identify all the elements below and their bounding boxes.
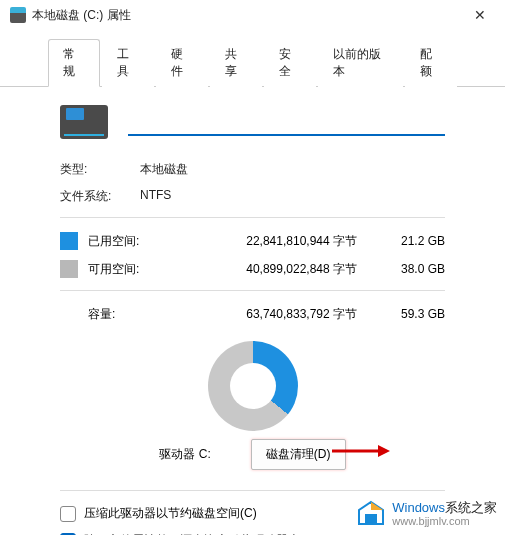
compress-label: 压缩此驱动器以节约磁盘空间(C) [84,505,257,522]
tab-sharing[interactable]: 共享 [210,39,262,87]
capacity-swatch-placeholder [60,305,78,323]
type-label: 类型: [60,161,140,178]
tab-strip: 常规 工具 硬件 共享 安全 以前的版本 配额 [0,30,505,87]
capacity-label: 容量: [88,306,166,323]
tab-previous-versions[interactable]: 以前的版本 [318,39,403,87]
filesystem-value: NTFS [140,188,171,205]
usage-donut-chart [208,341,298,431]
tab-security[interactable]: 安全 [264,39,316,87]
compress-checkbox[interactable] [60,506,76,522]
watermark-url: www.bjjmlv.com [392,515,497,528]
drive-label: 驱动器 C: [159,446,210,463]
window-title: 本地磁盘 (C:) 属性 [32,7,465,24]
titlebar: 本地磁盘 (C:) 属性 ✕ [0,0,505,30]
capacity-gb: 59.3 GB [385,307,445,321]
drive-icon [60,105,108,139]
tab-hardware[interactable]: 硬件 [156,39,208,87]
divider [60,217,445,218]
type-value: 本地磁盘 [140,161,188,178]
capacity-bytes: 63,740,833,792 字节 [166,306,385,323]
svg-marker-1 [378,445,390,457]
divider [60,290,445,291]
tab-general[interactable]: 常规 [48,39,100,87]
tab-quota[interactable]: 配额 [405,39,457,87]
free-gb: 38.0 GB [385,262,445,276]
watermark: Windows系统之家 www.bjjmlv.com [356,499,497,529]
watermark-brand: Windows系统之家 [392,500,497,516]
disk-cleanup-button[interactable]: 磁盘清理(D) [251,439,346,470]
used-bytes: 22,841,810,944 字节 [166,233,385,250]
svg-rect-4 [365,514,377,524]
close-button[interactable]: ✕ [465,7,495,23]
used-gb: 21.2 GB [385,234,445,248]
divider [60,490,445,491]
filesystem-label: 文件系统: [60,188,140,205]
drive-name-input[interactable] [128,108,445,136]
free-label: 可用空间: [88,261,166,278]
free-swatch [60,260,78,278]
drive-icon-small [10,7,26,23]
used-label: 已用空间: [88,233,166,250]
free-bytes: 40,899,022,848 字节 [166,261,385,278]
tab-tools[interactable]: 工具 [102,39,154,87]
watermark-logo-icon [356,499,386,529]
used-swatch [60,232,78,250]
tab-content: 类型: 本地磁盘 文件系统: NTFS 已用空间: 22,841,810,944… [0,87,505,535]
